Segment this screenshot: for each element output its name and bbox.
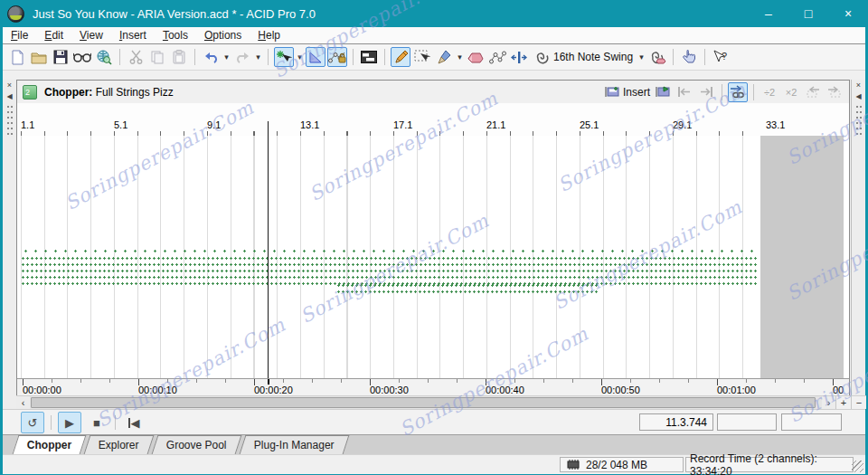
- paste-clipboard-icon: [173, 50, 185, 64]
- move-selection-left-button[interactable]: [675, 82, 694, 102]
- open-button[interactable]: [29, 47, 49, 67]
- menu-view[interactable]: View: [71, 28, 111, 43]
- toolbar-separator: [353, 49, 354, 65]
- time-ruler[interactable]: 00:00:00 00:00:10 00:00:20 00:00:30 00:0…: [17, 378, 849, 397]
- context-help-button[interactable]: ?: [711, 47, 731, 67]
- scrollbar-thumb[interactable]: [31, 397, 816, 408]
- tab-chopper[interactable]: Chopper: [13, 435, 87, 454]
- chopper-title: Chopper: Full Strings Pizz: [44, 86, 174, 99]
- tab-groove-pool[interactable]: Groove Pool: [152, 435, 242, 454]
- insert-selection-button[interactable]: Insert: [603, 82, 651, 102]
- stop-button[interactable]: ■: [85, 412, 108, 433]
- groove-erase-tool-button[interactable]: [647, 47, 667, 67]
- save-button[interactable]: [51, 47, 71, 67]
- panel-expand-icon[interactable]: ◀: [4, 90, 15, 101]
- copy-button[interactable]: [147, 47, 167, 67]
- menu-help[interactable]: Help: [250, 28, 288, 43]
- groove-combo-dropdown-arrow[interactable]: ▾: [637, 52, 646, 62]
- insert-marker-button[interactable]: [653, 82, 673, 102]
- get-media-button[interactable]: [94, 47, 114, 67]
- publish-button[interactable]: [72, 47, 92, 67]
- envelope-tool-button[interactable]: [487, 47, 507, 67]
- menu-file[interactable]: File: [3, 28, 36, 43]
- menu-edit[interactable]: Edit: [36, 28, 71, 43]
- redo-dropdown-arrow[interactable]: ▾: [253, 52, 263, 62]
- play-icon: ▶: [65, 416, 74, 430]
- shift-selection-right-button[interactable]: [825, 82, 844, 102]
- play-button[interactable]: ▶: [58, 412, 81, 433]
- panel-drag-grip[interactable]: [6, 104, 13, 135]
- loop-playback-button[interactable]: ↺: [21, 412, 44, 433]
- link-arrow-to-selection-button[interactable]: [728, 82, 748, 102]
- beat-label: 29.1: [673, 119, 692, 130]
- svg-text:?: ?: [722, 51, 727, 62]
- marker-bar[interactable]: [17, 103, 849, 119]
- halve-selection-button[interactable]: ÷2: [760, 82, 779, 102]
- time-stretch-tool-button[interactable]: [509, 47, 529, 67]
- whats-this-button[interactable]: [679, 47, 699, 67]
- new-button[interactable]: [7, 47, 27, 67]
- enable-snapping-button[interactable]: [274, 47, 294, 67]
- paste-button[interactable]: [169, 47, 189, 67]
- undo-button[interactable]: [201, 47, 221, 67]
- status-bar: 28/2 048 MB Record Time (2 channels): 33…: [3, 454, 865, 474]
- header-separator: [722, 84, 722, 100]
- toolbar-separator: [119, 49, 120, 65]
- tab-explorer[interactable]: Explorer: [84, 435, 155, 454]
- maximize-button[interactable]: □: [788, 0, 828, 27]
- get-media-from-web-icon: [96, 49, 112, 65]
- beat-ruler[interactable]: 1.1 5.1 9.1 13.1 17.1 21.1 25.1 29.1 33.…: [17, 118, 849, 137]
- double-selection-button[interactable]: ×2: [781, 82, 801, 102]
- snapping-dropdown-arrow[interactable]: ▾: [295, 52, 305, 62]
- redo-button[interactable]: [232, 47, 252, 67]
- menu-tools[interactable]: Tools: [155, 28, 196, 43]
- auto-ripple-icon: [361, 51, 377, 63]
- resize-grip[interactable]: [852, 461, 863, 472]
- tab-plugin-manager[interactable]: Plug-In Manager: [239, 435, 349, 454]
- ignore-event-grouping-button[interactable]: [306, 47, 326, 67]
- go-to-start-button[interactable]: ◀: [122, 412, 146, 433]
- menu-options[interactable]: Options: [196, 28, 250, 43]
- zoom-in-button[interactable]: +: [835, 396, 851, 409]
- cut-scissors-icon: [129, 50, 143, 64]
- waveform-display[interactable]: [17, 136, 849, 378]
- playback-cursor[interactable]: [268, 121, 269, 378]
- draw-tool-button[interactable]: [391, 47, 410, 67]
- beat-label: 17.1: [393, 119, 412, 130]
- groove-tool-button[interactable]: [531, 47, 551, 67]
- panel-close-icon[interactable]: ×: [853, 80, 864, 90]
- zoom-out-button[interactable]: −: [851, 396, 866, 409]
- selection-tool-button[interactable]: [412, 47, 432, 67]
- scroll-right-arrow[interactable]: ›: [822, 396, 835, 409]
- cursor-position-field[interactable]: 11.3.744: [639, 413, 713, 431]
- scroll-left-arrow[interactable]: ‹: [16, 396, 30, 409]
- panel-expand-icon[interactable]: ◀: [853, 90, 864, 101]
- menu-insert[interactable]: Insert: [111, 28, 155, 43]
- minimize-button[interactable]: –: [749, 0, 788, 27]
- undo-dropdown-arrow[interactable]: ▾: [222, 52, 231, 62]
- move-selection-right-button[interactable]: [696, 82, 716, 102]
- panel-close-icon[interactable]: ×: [4, 80, 15, 90]
- erase-tool-button[interactable]: [466, 47, 486, 67]
- time-label: 00:00:30: [370, 385, 409, 395]
- shift-selection-left-button[interactable]: [803, 82, 823, 102]
- close-button[interactable]: ×: [828, 0, 868, 27]
- paint-tool-button[interactable]: [434, 47, 454, 67]
- new-file-icon: [11, 50, 24, 65]
- paint-dropdown-arrow[interactable]: ▾: [455, 52, 465, 62]
- cut-button[interactable]: [126, 47, 146, 67]
- help-cursor-icon: ?: [712, 50, 729, 64]
- scrollbar-track[interactable]: [30, 396, 822, 409]
- selection-start-field[interactable]: [717, 413, 777, 431]
- beat-label: 25.1: [580, 119, 599, 130]
- time-label: 00:00:00: [23, 385, 61, 395]
- panel-drag-grip[interactable]: [855, 104, 862, 135]
- toolbar-separator: [194, 49, 195, 65]
- open-folder-icon: [31, 51, 47, 64]
- auto-ripple-button[interactable]: [359, 47, 379, 67]
- track-number-badge: 2: [23, 85, 37, 100]
- lock-envelopes-button[interactable]: [327, 47, 347, 67]
- chopper-header: 2 Chopper: Full Strings Pizz Insert ÷2: [17, 81, 849, 104]
- groove-select-combo[interactable]: 16th Note Swing: [552, 51, 637, 63]
- selection-end-field[interactable]: [781, 413, 842, 431]
